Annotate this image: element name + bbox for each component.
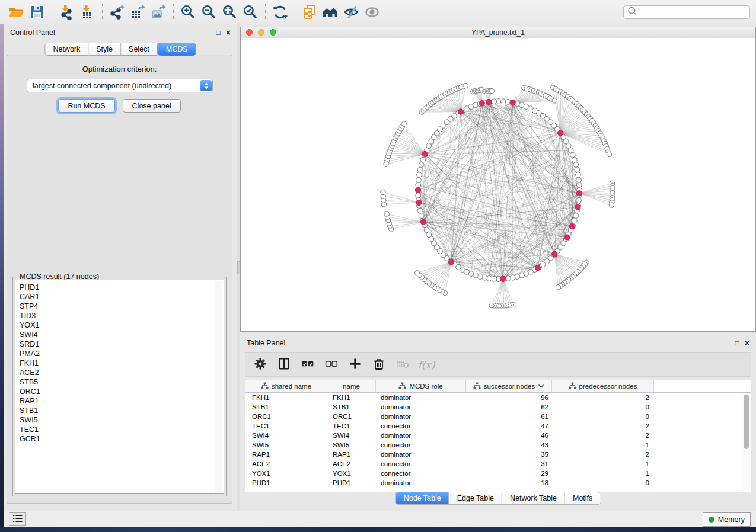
duplicate-network-button[interactable] xyxy=(300,2,320,22)
list-item[interactable]: ACE2 xyxy=(20,368,224,377)
cell-shared-name: ACE2 xyxy=(245,460,327,467)
tab-node-table[interactable]: Node Table xyxy=(396,492,449,504)
table-row[interactable]: TEC1TEC1connector472 xyxy=(245,421,751,431)
add-row-button[interactable] xyxy=(348,358,362,372)
list-item[interactable]: GCR1 xyxy=(20,434,224,444)
table-row[interactable]: FKH1FKH1dominator962 xyxy=(245,393,751,402)
result-list-scrollbar[interactable] xyxy=(215,281,222,492)
table-row[interactable]: ORC1ORC1dominator610 xyxy=(245,412,751,421)
zoom-selected-icon xyxy=(243,4,259,20)
table-row[interactable]: SWI4SWI4dominator462 xyxy=(245,431,751,440)
delete-row-icon xyxy=(372,357,385,373)
add-row-icon xyxy=(349,357,362,373)
tab-edge-table[interactable]: Edge Table xyxy=(449,492,502,504)
close-panel-button[interactable]: Close panel xyxy=(123,99,181,113)
open-session-button[interactable] xyxy=(7,2,26,22)
select-all-button[interactable] xyxy=(301,358,315,372)
cell-shared-name: RAP1 xyxy=(245,451,327,458)
column-header-shared-name[interactable]: shared name xyxy=(245,380,327,392)
export-image-button[interactable] xyxy=(149,2,168,22)
table-row[interactable]: RAP1RAP1dominator352 xyxy=(245,450,751,459)
table-header: shared namenameMCDS rolesuccessor nodesp… xyxy=(245,380,751,393)
cell-shared-name: SWI5 xyxy=(245,441,327,448)
list-item[interactable]: SRD1 xyxy=(20,339,224,349)
close-table-panel-icon[interactable]: × xyxy=(745,339,749,347)
task-history-button[interactable] xyxy=(9,512,26,526)
table-row[interactable]: SWI5SWI5connector431 xyxy=(245,440,751,450)
maximize-window-icon[interactable] xyxy=(270,29,276,36)
search-input[interactable] xyxy=(637,7,746,17)
criterion-dropdown[interactable]: largest connected component (undirected) xyxy=(27,79,213,92)
show-neighbors-button[interactable] xyxy=(362,2,382,22)
column-header-predecessor-nodes[interactable]: predecessor nodes xyxy=(552,380,654,392)
function-builder-button: f(x) xyxy=(419,358,433,372)
hide-neighbors-icon xyxy=(343,4,359,20)
table-row[interactable]: PHD1PHD1dominator180 xyxy=(245,478,751,488)
cell-MCDS-role: connector xyxy=(376,441,466,448)
deselect-all-button[interactable] xyxy=(324,358,339,372)
tab-motifs[interactable]: Motifs xyxy=(564,492,600,504)
table-row[interactable]: STB1STB1dominator620 xyxy=(245,402,751,412)
desktop-wallpaper-bottom xyxy=(0,527,756,532)
save-session-icon xyxy=(29,4,45,20)
first-neighbors-button[interactable] xyxy=(321,2,340,22)
cell-shared-name: SWI4 xyxy=(245,432,327,439)
list-item[interactable]: FKH1 xyxy=(20,358,224,368)
float-table-panel-icon[interactable]: □ xyxy=(735,339,739,347)
refresh-layout-button[interactable] xyxy=(270,2,290,22)
tab-style[interactable]: Style xyxy=(88,43,121,56)
list-item[interactable]: YOX1 xyxy=(20,321,224,330)
tab-network[interactable]: Network xyxy=(44,43,88,56)
cell-shared-name: FKH1 xyxy=(245,394,327,401)
table-scrollbar[interactable] xyxy=(742,393,750,491)
export-table-button[interactable] xyxy=(128,2,148,22)
zoom-out-button[interactable] xyxy=(199,2,219,22)
delete-row-button[interactable] xyxy=(372,358,386,372)
hide-neighbors-button[interactable] xyxy=(342,2,361,22)
close-window-icon[interactable] xyxy=(246,29,253,36)
table-row[interactable]: YOX1YOX1connector291 xyxy=(245,469,751,478)
tab-network-table[interactable]: Network Table xyxy=(502,492,564,504)
cell-shared-name: PHD1 xyxy=(245,479,327,486)
split-panel-button[interactable] xyxy=(277,358,291,372)
list-item[interactable]: STB1 xyxy=(20,406,224,415)
tab-select[interactable]: Select xyxy=(121,43,158,56)
export-network-button[interactable] xyxy=(107,2,127,22)
settings-button[interactable] xyxy=(253,358,267,372)
column-header-successor-nodes[interactable]: successor nodes xyxy=(466,380,552,392)
list-item[interactable]: ORC1 xyxy=(20,387,224,396)
column-header-MCDS-role[interactable]: MCDS role xyxy=(376,380,466,392)
save-session-button[interactable] xyxy=(27,2,47,22)
list-item[interactable]: SWI4 xyxy=(20,330,224,339)
cell-successor-nodes: 31 xyxy=(466,460,552,467)
select-all-icon xyxy=(301,357,314,373)
import-network-button[interactable] xyxy=(57,2,76,22)
list-item[interactable]: STP4 xyxy=(20,302,224,311)
search-box[interactable] xyxy=(623,5,750,19)
tab-mcds[interactable]: MCDS xyxy=(158,43,196,56)
network-canvas[interactable] xyxy=(241,38,755,331)
float-panel-icon[interactable]: □ xyxy=(216,29,221,36)
list-item[interactable]: RAP1 xyxy=(20,396,224,406)
minimize-window-icon[interactable] xyxy=(258,29,264,36)
table-scrollbar-thumb[interactable] xyxy=(744,395,749,449)
close-panel-icon[interactable]: × xyxy=(226,29,231,36)
list-item[interactable]: STB5 xyxy=(20,377,224,387)
list-item[interactable]: PHD1 xyxy=(20,283,224,292)
duplicate-network-icon xyxy=(302,4,318,20)
column-header-name[interactable]: name xyxy=(327,380,376,392)
zoom-fit-button[interactable] xyxy=(220,2,240,22)
delete-table-icon xyxy=(396,357,409,373)
table-row[interactable]: ACE2ACE2connector311 xyxy=(245,459,751,469)
import-table-button[interactable] xyxy=(78,2,97,22)
run-mcds-button[interactable]: Run MCDS xyxy=(58,99,114,113)
memory-button[interactable]: Memory xyxy=(703,512,751,527)
zoom-in-button[interactable] xyxy=(178,2,198,22)
zoom-selected-button[interactable] xyxy=(241,2,260,22)
list-item[interactable]: SWI5 xyxy=(20,415,224,425)
list-item[interactable]: TEC1 xyxy=(20,425,224,434)
list-item[interactable]: CAR1 xyxy=(20,292,224,302)
cell-MCDS-role: dominator xyxy=(376,394,466,401)
list-item[interactable]: PMA2 xyxy=(20,349,224,358)
list-item[interactable]: TID3 xyxy=(20,311,224,321)
